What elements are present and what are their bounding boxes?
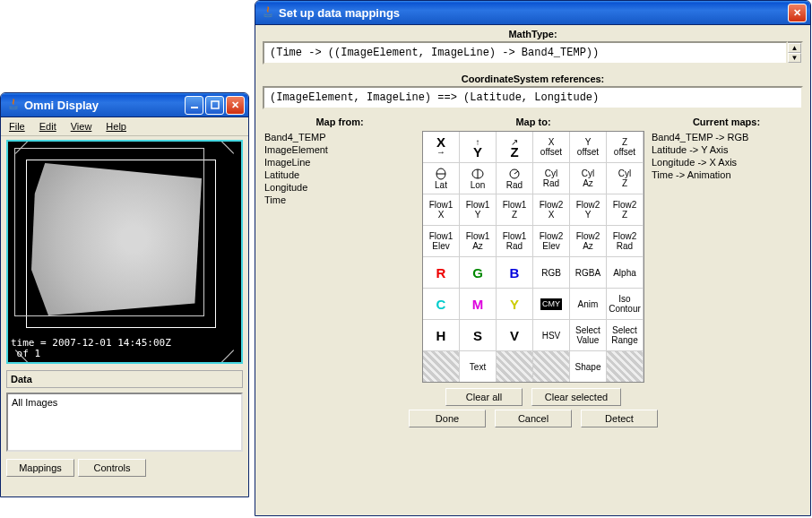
list-item[interactable]: Longitude [263,181,417,194]
map-cell-rgba[interactable]: RGBA [570,257,606,288]
list-item[interactable]: Longitude -> X Axis [650,156,803,168]
map-cell-alpha[interactable]: Alpha [607,257,643,288]
map-cell-yellow[interactable]: Y [497,289,532,319]
detect-button[interactable]: Detect [581,410,658,427]
coord-field[interactable]: (ImageElement, ImageLine) ==> (Latitude,… [263,86,803,109]
list-item[interactable]: ImageElement [263,143,417,156]
map-cell-shape[interactable]: Shape [570,351,606,382]
close-button[interactable]: ✕ [788,4,807,22]
mathtype-down-button[interactable]: ▼ [788,53,801,63]
mappings-button[interactable]: Mappings [6,459,74,477]
map-cell-cmy[interactable]: CMY [533,289,569,319]
satellite-image [31,163,202,315]
map-cell-y-offset[interactable]: Yoffset [570,132,606,162]
mappings-dialog-window: Set up data mappings ✕ MathType: (Time -… [255,0,811,516]
menu-help[interactable]: Help [103,120,129,133]
map-to-grid: X→ ↑Y ↗Z Xoffset Yoffset Zoffset Lat Lon… [422,131,644,383]
list-item[interactable]: Time [263,194,417,206]
list-item[interactable]: Latitude [263,168,417,181]
map-cell-flow1-z[interactable]: Flow1Z [497,194,532,225]
map-cell-disabled [607,351,643,382]
svg-rect-0 [191,107,198,108]
mathtype-up-button[interactable]: ▲ [788,43,801,53]
map-cell-flow1-x[interactable]: Flow1X [423,194,459,225]
list-item[interactable]: Latitude -> Y Axis [650,143,803,156]
menu-view[interactable]: View [68,120,95,133]
map-cell-flow2-z[interactable]: Flow2Z [607,194,643,225]
list-item[interactable]: Time -> Animation [650,168,803,181]
current-maps-list: Band4_TEMP -> RGB Latitude -> Y Axis Lon… [650,131,803,181]
coord-label: CoordinateSystem references: [255,70,810,86]
map-cell-flow2-rad[interactable]: Flow2Rad [607,226,643,256]
map-to-header: Map to: [422,117,644,131]
map-cell-flow1-rad[interactable]: Flow1Rad [497,226,532,256]
map-cell-rgb[interactable]: RGB [533,257,569,288]
map-cell-flow1-elev[interactable]: Flow1Elev [423,226,459,256]
done-button[interactable]: Done [409,410,486,427]
map-cell-select-value[interactable]: SelectValue [570,320,606,350]
map-cell-disabled [533,351,569,382]
map-cell-cyl-az[interactable]: CylAz [570,163,606,194]
map-cell-flow2-elev[interactable]: Flow2Elev [533,226,569,256]
map-cell-isocontour[interactable]: IsoContour [607,289,643,319]
omni-title: Omni Display [24,99,185,112]
map-cell-animation[interactable]: Anim [570,289,606,319]
map-cell-cyl-rad[interactable]: CylRad [533,163,569,194]
menu-edit[interactable]: Edit [37,120,59,133]
data-list[interactable]: All Images [6,393,243,452]
map-cell-red[interactable]: R [423,257,459,288]
clear-all-button[interactable]: Clear all [445,388,523,406]
mappings-titlebar[interactable]: Set up data mappings ✕ [255,1,810,25]
menu-file[interactable]: File [6,120,28,133]
map-cell-z-offset[interactable]: Zoffset [607,132,643,162]
java-icon [261,5,275,20]
map-cell-text[interactable]: Text [460,351,496,382]
maximize-button[interactable] [205,96,224,115]
omni-menubar: File Edit View Help [1,117,248,136]
java-icon [6,98,21,112]
map-cell-x-axis[interactable]: X→ [423,132,459,162]
map-cell-flow2-y[interactable]: Flow2Y [570,194,606,225]
map-cell-lat[interactable]: Lat [423,163,459,194]
map-cell-disabled [497,351,532,382]
map-cell-cyan[interactable]: C [423,289,459,319]
controls-button[interactable]: Controls [78,459,146,477]
svg-rect-1 [212,101,219,108]
mathtype-field[interactable]: (Time -> ((ImageElement, ImageLine) -> B… [263,41,788,65]
map-cell-saturation[interactable]: S [460,320,496,350]
omni-display-window: Omni Display ✕ File Edit View Help time … [0,92,249,497]
close-button[interactable]: ✕ [226,96,245,115]
current-maps-header: Current maps: [650,117,803,131]
map-cell-disabled [423,351,459,382]
list-item[interactable]: Band4_TEMP -> RGB [650,131,803,143]
mathtype-label: MathType: [255,25,810,41]
map-cell-blue[interactable]: B [497,257,532,288]
map-cell-flow1-az[interactable]: Flow1Az [460,226,496,256]
map-cell-flow2-x[interactable]: Flow2X [533,194,569,225]
map-cell-y-axis[interactable]: ↑Y [460,132,496,162]
map-cell-flow2-az[interactable]: Flow2Az [570,226,606,256]
minimize-button[interactable] [185,96,203,115]
clear-selected-button[interactable]: Clear selected [531,388,621,406]
map-cell-rad[interactable]: Rad [497,163,532,194]
list-item[interactable]: All Images [12,397,238,408]
svg-line-7 [514,171,518,174]
map-cell-green[interactable]: G [460,257,496,288]
map-cell-hsv[interactable]: HSV [533,320,569,350]
cancel-button[interactable]: Cancel [495,410,572,427]
data-section-label: Data [6,370,243,388]
map-cell-value[interactable]: V [497,320,532,350]
map-cell-flow1-y[interactable]: Flow1Y [460,194,496,225]
omni-titlebar[interactable]: Omni Display ✕ [1,93,248,117]
map-cell-z-axis[interactable]: ↗Z [497,132,532,162]
list-item[interactable]: ImageLine [263,156,417,168]
map-cell-lon[interactable]: Lon [460,163,496,194]
map-cell-hue[interactable]: H [423,320,459,350]
display-canvas[interactable]: time = 2007-12-01 14:45:00Z of 1 [6,140,243,364]
mappings-title: Set up data mappings [279,6,788,20]
map-cell-x-offset[interactable]: Xoffset [533,132,569,162]
list-item[interactable]: Band4_TEMP [263,131,417,143]
map-cell-cyl-z[interactable]: CylZ [607,163,643,194]
map-cell-select-range[interactable]: SelectRange [607,320,643,350]
map-cell-magenta[interactable]: M [460,289,496,319]
